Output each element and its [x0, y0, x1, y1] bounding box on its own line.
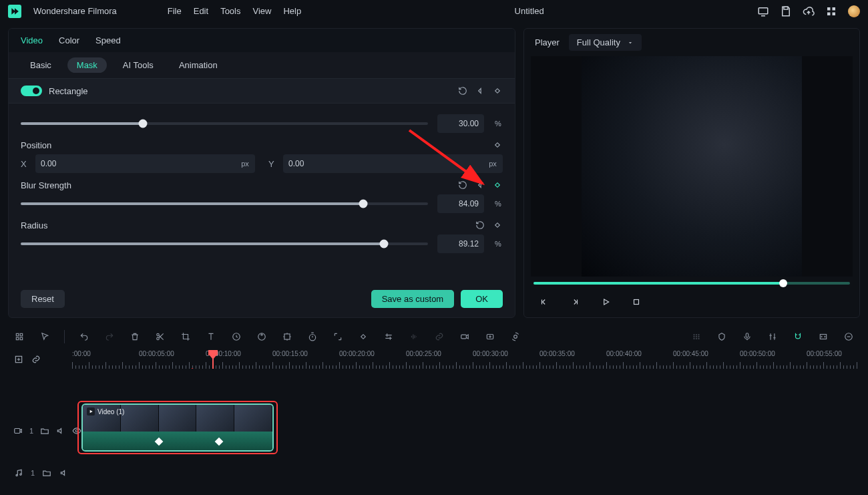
folder-icon[interactable]	[40, 426, 49, 436]
player-panel: Player Full Quality	[523, 28, 860, 318]
crop-icon[interactable]	[180, 331, 192, 343]
timeline: :00:0000:00:05:0000:00:10:0000:00:15:000…	[0, 323, 868, 488]
radius-unit: %	[493, 240, 503, 248]
menu-file[interactable]: File	[168, 6, 182, 16]
expand-icon[interactable]	[332, 331, 344, 343]
play-icon[interactable]	[599, 295, 612, 309]
rectangle-toggle[interactable]	[21, 86, 42, 96]
reset-section-icon[interactable]	[457, 86, 468, 96]
subtab-mask[interactable]: Mask	[67, 57, 107, 73]
transform-icon[interactable]	[281, 331, 293, 343]
mixer-icon[interactable]	[767, 331, 779, 343]
blur-label: Blur Strength	[21, 180, 71, 190]
audio-track-icon[interactable]	[13, 468, 24, 478]
video-track-icon[interactable]	[13, 426, 23, 436]
cursor-icon[interactable]	[39, 331, 51, 343]
undo-icon[interactable]	[78, 331, 90, 343]
menu-help[interactable]: Help	[283, 6, 301, 16]
time-ruler[interactable]: :00:0000:00:05:0000:00:10:0000:00:15:000…	[72, 350, 860, 369]
position-x-input[interactable]: 0.00px	[35, 154, 255, 173]
add-track-icon[interactable]	[13, 354, 24, 365]
mask-icon[interactable]	[357, 331, 369, 343]
save-as-custom-button[interactable]: Save as custom	[371, 290, 455, 308]
radius-slider[interactable]	[21, 242, 428, 245]
chevron-down-icon	[627, 39, 634, 46]
menu-edit[interactable]: Edit	[194, 6, 208, 16]
ok-button[interactable]: OK	[461, 290, 503, 308]
adjust-icon[interactable]	[383, 331, 395, 343]
text-icon[interactable]	[205, 331, 217, 343]
timer-icon[interactable]	[306, 331, 318, 343]
link-icon[interactable]	[433, 331, 445, 343]
video-clip[interactable]: Video (1)	[81, 403, 274, 452]
subtab-animation[interactable]: Animation	[170, 57, 227, 73]
delete-icon[interactable]	[129, 331, 141, 343]
tab-speed[interactable]: Speed	[95, 35, 121, 45]
select-icon[interactable]	[13, 331, 25, 343]
svg-point-26	[489, 336, 491, 337]
chevron-down-icon[interactable]	[500, 104, 511, 105]
blur-slider[interactable]	[21, 202, 428, 205]
radius-value[interactable]: 89.12	[437, 234, 484, 253]
auto-ripple-icon[interactable]	[31, 354, 41, 365]
svg-point-35	[696, 338, 696, 339]
blur-value[interactable]: 84.09	[437, 194, 484, 213]
radius-keyframe-icon[interactable]	[492, 220, 503, 230]
frame-forward-icon[interactable]	[568, 295, 582, 309]
marker-icon[interactable]	[716, 331, 728, 343]
svg-rect-25	[487, 335, 493, 339]
eq-icon[interactable]	[408, 331, 420, 343]
save-icon[interactable]	[780, 5, 792, 17]
magnet-icon[interactable]	[792, 331, 804, 343]
speed-icon[interactable]	[230, 331, 242, 343]
svg-point-27	[514, 335, 517, 339]
stop-icon[interactable]	[630, 295, 643, 309]
annotation-arrow-2	[158, 367, 218, 369]
subtab-basic[interactable]: Basic	[21, 57, 61, 73]
svg-point-30	[698, 336, 699, 337]
position-label: Position	[21, 140, 51, 150]
playhead[interactable]	[212, 350, 214, 369]
playback-scrubber[interactable]	[533, 282, 850, 285]
color-icon[interactable]	[256, 331, 268, 343]
svg-rect-1	[784, 7, 788, 9]
preview-viewport[interactable]	[531, 56, 853, 277]
audio-mute-icon[interactable]	[59, 468, 69, 478]
frame-back-icon[interactable]	[537, 295, 551, 309]
record-icon[interactable]	[459, 331, 471, 343]
svg-point-36	[698, 338, 699, 339]
grid-icon[interactable]	[825, 5, 837, 17]
keyframe-prev-icon[interactable]	[475, 86, 485, 96]
svg-point-17	[157, 337, 160, 340]
audio-folder-icon[interactable]	[41, 468, 52, 478]
annotation-arrow-1	[403, 124, 503, 197]
subtab-ai-tools[interactable]: AI Tools	[114, 57, 163, 73]
quality-dropdown[interactable]: Full Quality	[569, 34, 642, 51]
audio-track-number: 1	[31, 469, 35, 477]
svg-rect-24	[461, 335, 467, 339]
clip-label: Video (1)	[97, 408, 124, 416]
top-slider[interactable]	[21, 122, 428, 125]
dots-icon[interactable]	[690, 331, 702, 343]
mic-icon[interactable]	[741, 331, 753, 343]
keyframe-diamond-icon[interactable]	[492, 86, 503, 96]
radius-reset-icon[interactable]	[475, 220, 485, 230]
reset-button[interactable]: Reset	[21, 290, 65, 308]
menu-tools[interactable]: Tools	[220, 6, 240, 16]
user-avatar[interactable]	[848, 5, 860, 17]
snapshot-icon[interactable]	[484, 331, 496, 343]
menu-view[interactable]: View	[252, 6, 271, 16]
fit-icon[interactable]	[817, 331, 829, 343]
tab-color[interactable]: Color	[59, 35, 79, 45]
mute-icon[interactable]	[56, 426, 65, 436]
redo-icon[interactable]	[103, 331, 116, 343]
render-icon[interactable]	[509, 331, 521, 343]
visible-icon[interactable]	[72, 426, 81, 436]
svg-point-20	[261, 334, 262, 335]
svg-line-7	[409, 130, 483, 184]
screen-icon[interactable]	[757, 5, 769, 17]
zoom-out-icon[interactable]	[843, 331, 855, 343]
scissors-icon[interactable]	[154, 331, 166, 343]
tab-video[interactable]: Video	[21, 35, 43, 45]
cloud-upload-icon[interactable]	[803, 5, 815, 17]
